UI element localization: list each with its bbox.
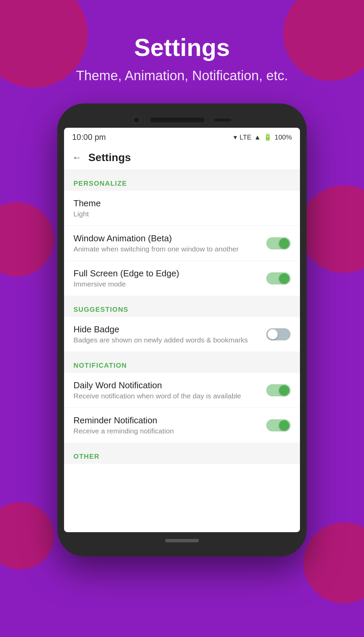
- phone-mockup: 10:00 pm ▾ LTE ▲ 🔋 100% ← Settings PERSO…: [0, 103, 364, 556]
- settings-group-suggestions: Hide BadgeBadges are shown on newly adde…: [64, 317, 300, 352]
- settings-item-subtitle-full-screen: Immersive mode: [73, 280, 260, 288]
- settings-item-subtitle-theme: Light: [73, 210, 284, 218]
- phone-frame: 10:00 pm ▾ LTE ▲ 🔋 100% ← Settings PERSO…: [57, 103, 307, 556]
- phone-bottom: [64, 532, 300, 550]
- settings-item-text-hide-badge: Hide BadgeBadges are shown on newly adde…: [73, 324, 260, 344]
- settings-item-text-daily-word-notification: Daily Word NotificationReceive notificat…: [73, 380, 260, 400]
- toggle-daily-word-notification[interactable]: [266, 384, 291, 396]
- app-bar: ← Settings: [64, 145, 300, 170]
- settings-item-reminder-notification[interactable]: Reminder NotificationReceive a reminding…: [64, 408, 300, 443]
- back-button[interactable]: ←: [72, 152, 82, 163]
- toggle-knob-daily-word-notification: [279, 385, 289, 395]
- settings-group-personalize: ThemeLightWindow Animation (Beta)Animate…: [64, 191, 300, 296]
- page-title: Settings: [0, 34, 364, 61]
- settings-item-title-theme: Theme: [73, 198, 284, 209]
- status-icons: ▾ LTE ▲ 🔋 100%: [234, 133, 292, 141]
- toggle-full-screen[interactable]: [266, 272, 291, 284]
- settings-item-window-animation[interactable]: Window Animation (Beta)Animate when swit…: [64, 226, 300, 261]
- phone-speaker-small: [214, 119, 231, 121]
- battery-icon: 🔋: [264, 133, 272, 141]
- battery-label: 100%: [275, 133, 292, 141]
- signal-icon: ▲: [254, 133, 261, 141]
- section-header-suggestions: SUGGESTIONS: [64, 296, 300, 317]
- lte-label: LTE: [240, 133, 251, 141]
- settings-item-title-full-screen: Full Screen (Edge to Edge): [73, 268, 260, 279]
- settings-item-hide-badge[interactable]: Hide BadgeBadges are shown on newly adde…: [64, 317, 300, 352]
- settings-item-subtitle-daily-word-notification: Receive notification when word of the da…: [73, 392, 260, 400]
- settings-item-title-reminder-notification: Reminder Notification: [73, 415, 260, 426]
- settings-item-text-theme: ThemeLight: [73, 198, 284, 218]
- settings-item-daily-word-notification[interactable]: Daily Word NotificationReceive notificat…: [64, 373, 300, 408]
- toggle-window-animation[interactable]: [266, 237, 291, 249]
- settings-item-text-full-screen: Full Screen (Edge to Edge)Immersive mode: [73, 268, 260, 288]
- toggle-hide-badge[interactable]: [266, 328, 291, 340]
- settings-item-text-window-animation: Window Animation (Beta)Animate when swit…: [73, 233, 260, 253]
- section-header-notification: NOTIFICATION: [64, 352, 300, 373]
- wifi-icon: ▾: [234, 133, 237, 141]
- toggle-knob-reminder-notification: [279, 420, 289, 430]
- settings-item-title-daily-word-notification: Daily Word Notification: [73, 380, 260, 391]
- settings-item-subtitle-window-animation: Animate when switching from one window t…: [73, 245, 260, 253]
- page-subtitle: Theme, Animation, Notification, etc.: [0, 68, 364, 83]
- settings-item-title-hide-badge: Hide Badge: [73, 324, 260, 335]
- settings-item-subtitle-hide-badge: Badges are shown on newly added words & …: [73, 336, 260, 344]
- settings-group-notification: Daily Word NotificationReceive notificat…: [64, 373, 300, 443]
- toggle-knob-full-screen: [279, 273, 289, 283]
- settings-item-subtitle-reminder-notification: Receive a reminding notification: [73, 427, 260, 435]
- settings-item-text-reminder-notification: Reminder NotificationReceive a reminding…: [73, 415, 260, 435]
- settings-content: PERSONALIZEThemeLightWindow Animation (B…: [64, 170, 300, 464]
- status-time: 10:00 pm: [72, 132, 106, 142]
- section-header-personalize: PERSONALIZE: [64, 170, 300, 191]
- page-header: Settings Theme, Animation, Notification,…: [0, 0, 364, 103]
- toggle-knob-window-animation: [279, 238, 289, 248]
- phone-speaker: [150, 118, 204, 122]
- app-bar-title: Settings: [88, 151, 131, 164]
- phone-camera: [133, 116, 140, 124]
- phone-top: [64, 110, 300, 128]
- section-header-other: OTHER: [64, 443, 300, 464]
- toggle-reminder-notification[interactable]: [266, 419, 291, 431]
- settings-item-theme[interactable]: ThemeLight: [64, 191, 300, 226]
- phone-home-button[interactable]: [165, 539, 199, 542]
- phone-screen: 10:00 pm ▾ LTE ▲ 🔋 100% ← Settings PERSO…: [64, 128, 300, 532]
- settings-item-full-screen[interactable]: Full Screen (Edge to Edge)Immersive mode: [64, 261, 300, 296]
- settings-item-title-window-animation: Window Animation (Beta): [73, 233, 260, 244]
- status-bar: 10:00 pm ▾ LTE ▲ 🔋 100%: [64, 128, 300, 145]
- toggle-knob-hide-badge: [268, 329, 278, 339]
